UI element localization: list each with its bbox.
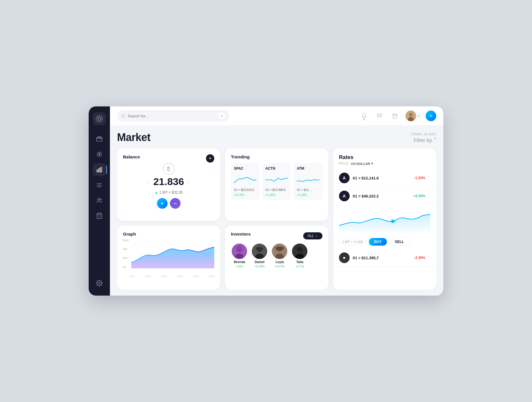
investor-change-brenda: +13% xyxy=(236,265,243,268)
balance-add-button[interactable]: + xyxy=(206,154,214,163)
rate-row-1[interactable]: A X1 = $12,141.6 -1.26% ˅ xyxy=(333,169,436,187)
balance-plus-button[interactable]: + xyxy=(157,198,168,209)
investor-avatar-talia xyxy=(292,244,307,259)
trending-change-actn: +1.26% xyxy=(265,193,288,197)
sidebar-item-chart[interactable] xyxy=(93,163,106,176)
rate-expand-1[interactable]: ˅ xyxy=(428,176,430,180)
rate-change-3: -2.46% xyxy=(414,256,425,260)
balance-title: Balance xyxy=(123,154,140,159)
rate-row-3[interactable]: ● X1 = $11.395,7 -2.46% ˅ xyxy=(333,249,436,267)
rate-change-2: +4.36% xyxy=(413,194,425,198)
search-chevron[interactable]: ▾ xyxy=(218,112,225,119)
trending-item-atm[interactable]: ATM X1 = $11... +1.26% xyxy=(294,163,322,200)
currency-select[interactable]: US DOLLAR ▾ xyxy=(351,162,373,166)
filter-by-button[interactable]: Filter by ˅ xyxy=(411,136,436,144)
rate-icon-1: A xyxy=(339,173,350,183)
sidebar-item-bag[interactable] xyxy=(93,209,106,222)
topbar: ▾ xyxy=(110,106,443,125)
bitcoin-icon: ₿ xyxy=(163,163,175,175)
investor-brenda[interactable]: Brenda +13% xyxy=(231,244,248,268)
rate-info-2: X1 = $46,322.2 xyxy=(353,194,410,198)
svg-rect-45 xyxy=(275,247,284,250)
trending-price-actn: X1 = $14,368.8 xyxy=(265,188,288,192)
rate-value-3: X1 = $11.395,7 xyxy=(353,256,411,260)
sidebar-item-users[interactable] xyxy=(93,194,106,207)
content-area: Market TODAY, 26 DEC Filter by ˅ Balance… xyxy=(110,125,443,296)
svg-rect-7 xyxy=(97,137,102,141)
rate-arrow: ▲ xyxy=(155,190,158,194)
investor-avatar-brenda xyxy=(232,244,247,259)
balance-nav: ‹ 21.836 › xyxy=(123,176,214,189)
svg-point-22 xyxy=(122,114,124,117)
filter-chevron: ˅ xyxy=(434,138,436,143)
trending-name-atm: ATM xyxy=(297,166,319,171)
investor-change-daniel: +9.24% xyxy=(254,265,265,268)
rate-row-2[interactable]: A X1 = $46,322.2 +4.36% ˄ xyxy=(333,187,436,205)
search-input[interactable] xyxy=(128,114,216,118)
trending-item-actn[interactable]: ACTN X1 = $14,368.8 +1.26% xyxy=(262,163,291,200)
rate-icon-2: A xyxy=(339,191,350,201)
svg-rect-10 xyxy=(99,168,100,172)
svg-point-47 xyxy=(297,247,302,252)
investor-name-talia: Talia xyxy=(296,260,303,264)
investor-leyla[interactable]: Leyla +4.47% xyxy=(271,244,288,268)
investors-card: Investors ALL → xyxy=(225,226,328,290)
sidebar xyxy=(89,106,110,296)
messages-icon[interactable] xyxy=(375,111,384,121)
bit-rate-label: 1 BIT = 1 USD xyxy=(339,239,366,245)
calendar-icon[interactable] xyxy=(390,111,400,121)
add-button[interactable]: + xyxy=(426,111,436,121)
sidebar-item-wallet[interactable] xyxy=(93,132,106,145)
investors-header: Investors ALL → xyxy=(231,231,322,240)
sell-button[interactable]: SELL xyxy=(389,238,410,246)
rate-info-1: X1 = $12,141.6 xyxy=(353,176,411,180)
page-header: Market TODAY, 26 DEC Filter by ˅ xyxy=(117,131,436,144)
svg-point-19 xyxy=(100,199,101,200)
search-bar[interactable]: ▾ xyxy=(117,110,229,121)
balance-minus-button[interactable]: − xyxy=(170,198,181,209)
app-shell: ▾ xyxy=(89,106,443,296)
investor-talia[interactable]: Talia +2.7% xyxy=(291,244,308,268)
user-avatar xyxy=(406,111,416,121)
investors-list: Brenda +13% xyxy=(231,244,322,268)
mini-chart-atm xyxy=(297,172,319,187)
main-panel: ▾ xyxy=(110,106,443,296)
notifications-icon[interactable] xyxy=(359,111,369,121)
rates-card: Rates PRICE US DOLLAR ▾ A X1 = $12,1 xyxy=(333,148,436,290)
svg-rect-9 xyxy=(97,170,98,172)
investors-all-button[interactable]: ALL → xyxy=(303,232,322,239)
rate-info-3: X1 = $11.395,7 xyxy=(353,256,411,260)
notification-dot xyxy=(363,118,365,120)
investor-name-daniel: Daniel xyxy=(255,260,265,264)
investor-daniel[interactable]: Daniel +9.24% xyxy=(251,244,268,268)
sidebar-item-list[interactable] xyxy=(93,179,106,192)
graph-card: Graph $100 $50 $25 $0 xyxy=(117,226,220,290)
svg-point-17 xyxy=(98,187,98,187)
rates-header: Rates PRICE US DOLLAR ▾ xyxy=(333,148,436,169)
svg-point-5 xyxy=(98,119,98,120)
sidebar-logo[interactable] xyxy=(93,112,106,125)
trending-item-spac[interactable]: SPAC X1 = $23,623.6 +2.14% xyxy=(231,163,259,200)
svg-point-0 xyxy=(96,116,103,122)
sidebar-item-settings[interactable] xyxy=(93,277,106,290)
trending-price-atm: X1 = $11... xyxy=(297,188,319,192)
rates-subtitle: PRICE US DOLLAR ▾ xyxy=(339,162,430,166)
investor-name-brenda: Brenda xyxy=(234,260,245,264)
balance-prev[interactable]: ‹ xyxy=(148,180,150,185)
rate-icon-3: ● xyxy=(339,252,350,263)
svg-point-50 xyxy=(390,219,395,223)
trending-list: SPAC X1 = $23,623.6 +2.14% ACTN xyxy=(231,163,322,200)
balance-card: Balance + ₿ ‹ 21.836 › ▲ 1 BIT = $32,35 … xyxy=(117,148,220,221)
buy-button[interactable]: BUY xyxy=(369,238,387,246)
graph-container: $100 $50 $25 $0 xyxy=(123,239,214,274)
svg-rect-24 xyxy=(393,114,397,118)
sidebar-item-coin[interactable] xyxy=(93,148,106,161)
avatar-wrap[interactable]: ▾ xyxy=(406,111,420,121)
trending-price-spac: X1 = $23,623.6 xyxy=(234,188,256,192)
balance-next[interactable]: › xyxy=(188,180,189,185)
rate-expand-3[interactable]: ˅ xyxy=(428,255,430,260)
svg-point-6 xyxy=(98,118,98,119)
search-icon xyxy=(121,114,125,118)
rate-expand-2[interactable]: ˄ xyxy=(428,194,430,198)
page-meta: TODAY, 26 DEC Filter by ˅ xyxy=(411,132,436,144)
